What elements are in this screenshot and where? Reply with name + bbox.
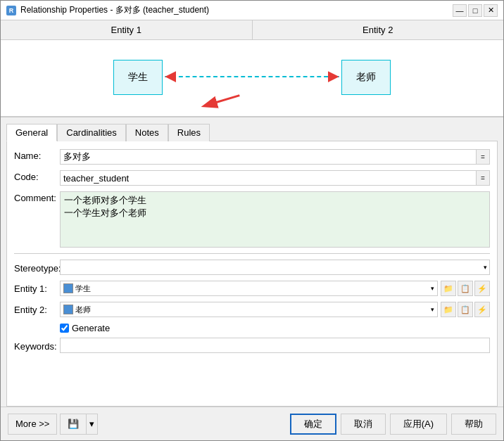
svg-line-3 bbox=[205, 96, 239, 106]
entity1-row: Entity 1: 学生 学生 ▾ 📁 📋 ⚡ bbox=[7, 279, 497, 298]
keywords-row: Keywords: bbox=[7, 335, 497, 355]
entity2-select-group: 老师 老师 ▾ 📁 📋 ⚡ bbox=[60, 302, 490, 317]
entity1-label: Entity 1: bbox=[14, 283, 60, 294]
save-btn-group: 💾 ▾ bbox=[60, 414, 98, 435]
code-input[interactable] bbox=[60, 170, 476, 186]
entity2-browse-btn[interactable]: 📁 bbox=[441, 302, 456, 317]
help-button[interactable]: 帮助 bbox=[451, 414, 496, 435]
apply-button[interactable]: 应用(A) bbox=[390, 414, 447, 435]
window-title: Relationship Properties - 多对多 (teacher_s… bbox=[20, 4, 209, 16]
code-input-btn[interactable]: = bbox=[476, 170, 490, 186]
maximize-button[interactable]: □ bbox=[468, 4, 482, 17]
tab-notes[interactable]: Notes bbox=[126, 124, 168, 141]
generate-text: Generate bbox=[72, 323, 110, 333]
entity-box-xuesheng: 学生 bbox=[113, 60, 163, 95]
comment-label: Comment: bbox=[14, 191, 60, 203]
entity-col-1: Entity 1 bbox=[1, 20, 253, 39]
diagram-area: 学生 老师 bbox=[1, 40, 503, 117]
name-input[interactable] bbox=[60, 149, 476, 165]
title-bar-controls: — □ ✕ bbox=[453, 4, 498, 17]
entity1-browse-btn[interactable]: 📁 bbox=[441, 281, 456, 296]
diagram-svg bbox=[1, 40, 503, 116]
stereotype-label: Stereotype: bbox=[14, 262, 60, 274]
entity2-row: Entity 2: 老师 老师 ▾ 📁 📋 ⚡ bbox=[7, 300, 497, 319]
title-bar: R Relationship Properties - 多对多 (teacher… bbox=[1, 1, 503, 20]
more-button[interactable]: More >> bbox=[8, 414, 57, 435]
comment-textarea[interactable]: 一个老师对多个学生 一个学生对多个老师 bbox=[60, 191, 490, 248]
name-input-group: = bbox=[60, 149, 490, 165]
generate-checkbox[interactable] bbox=[60, 324, 69, 333]
name-label: Name: bbox=[14, 149, 60, 161]
entity1-select-group: 学生 学生 ▾ 📁 📋 ⚡ bbox=[60, 281, 490, 296]
comment-row: Comment: 一个老师对多个学生 一个学生对多个老师 bbox=[7, 189, 497, 250]
title-bar-left: R Relationship Properties - 多对多 (teacher… bbox=[6, 4, 209, 16]
tab-general[interactable]: General bbox=[6, 124, 57, 141]
save-button[interactable]: 💾 bbox=[61, 414, 86, 434]
save-dropdown-button[interactable]: ▾ bbox=[86, 414, 97, 434]
tab-rules[interactable]: Rules bbox=[168, 124, 210, 141]
tab-cardinalities[interactable]: Cardinalities bbox=[57, 124, 126, 141]
stereotype-select[interactable] bbox=[60, 260, 490, 275]
stereotype-select-wrapper: ▾ bbox=[60, 260, 490, 275]
name-input-btn[interactable]: = bbox=[476, 149, 490, 165]
entity-col-2: Entity 2 bbox=[253, 20, 504, 39]
generate-row: Generate bbox=[7, 321, 497, 335]
entity1-props-btn[interactable]: 📋 bbox=[458, 281, 473, 296]
generate-label[interactable]: Generate bbox=[60, 323, 110, 333]
entity2-new-btn[interactable]: ⚡ bbox=[474, 302, 490, 317]
form-area: Name: = Code: = Comment: 一个老师对多个学生 一个学生对… bbox=[6, 141, 498, 407]
bottom-bar: More >> 💾 ▾ 确定 取消 应用(A) 帮助 bbox=[1, 407, 503, 440]
entity2-label: 老师 bbox=[356, 71, 376, 84]
close-button[interactable]: ✕ bbox=[484, 4, 498, 17]
entity1-label: 学生 bbox=[128, 71, 148, 84]
code-row: Code: = bbox=[7, 168, 497, 188]
entity1-dropdown: 学生 学生 ▾ bbox=[60, 281, 438, 296]
cancel-button[interactable]: 取消 bbox=[341, 414, 386, 435]
bottom-right: 确定 取消 应用(A) 帮助 bbox=[290, 414, 496, 435]
keywords-label: Keywords: bbox=[14, 340, 60, 352]
code-label: Code: bbox=[14, 170, 60, 182]
tabs-area: General Cardinalities Notes Rules bbox=[1, 117, 503, 141]
confirm-button[interactable]: 确定 bbox=[290, 414, 336, 435]
svg-marker-2 bbox=[328, 71, 339, 82]
minimize-button[interactable]: — bbox=[453, 4, 467, 17]
entity2-label: Entity 2: bbox=[14, 305, 60, 315]
bottom-left: More >> 💾 ▾ bbox=[8, 414, 98, 435]
keywords-input[interactable] bbox=[60, 338, 490, 353]
name-row: Name: = bbox=[7, 147, 497, 167]
entity2-props-btn[interactable]: 📋 bbox=[458, 302, 473, 317]
separator-1 bbox=[14, 253, 490, 254]
entity2-dropdown: 老师 老师 ▾ bbox=[60, 302, 438, 317]
svg-marker-1 bbox=[165, 71, 176, 82]
entity-box-laoshi: 老师 bbox=[341, 60, 391, 95]
app-icon: R bbox=[6, 6, 16, 15]
code-input-group: = bbox=[60, 170, 490, 186]
entity1-new-btn[interactable]: ⚡ bbox=[474, 281, 490, 296]
main-window: R Relationship Properties - 多对多 (teacher… bbox=[0, 0, 504, 441]
entity-header: Entity 1 Entity 2 bbox=[1, 20, 503, 40]
stereotype-row: Stereotype: ▾ bbox=[7, 257, 497, 277]
